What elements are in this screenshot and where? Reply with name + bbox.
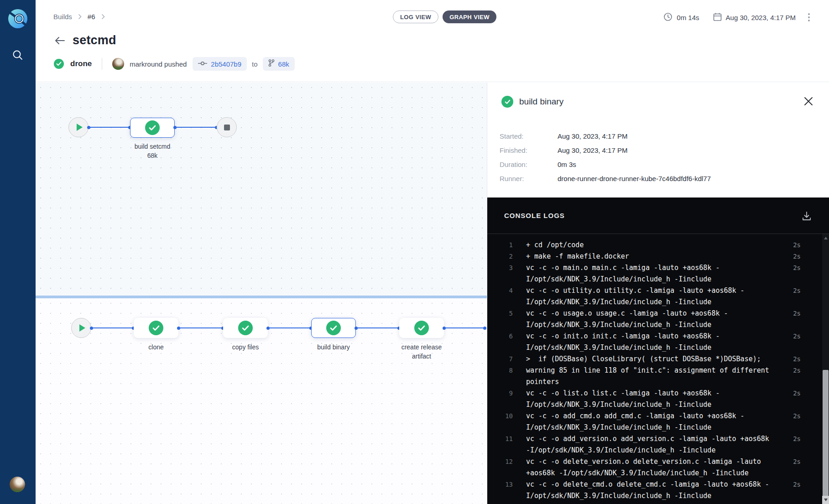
console-log-row[interactable]: 3 vc -c -o main.o main.c -lamiga -lauto …: [487, 262, 829, 285]
title-row: setcmd: [55, 33, 116, 47]
play-icon: [77, 124, 83, 131]
console-log-row[interactable]: 8 warning 85 in line 118 of "init.c": as…: [487, 365, 829, 388]
branch-chip[interactable]: 68k: [263, 57, 295, 71]
console-logs-title: CONSOLE LOGS: [504, 212, 565, 219]
console-scrollbar[interactable]: [822, 234, 829, 504]
sidebar-user-avatar[interactable]: [10, 477, 25, 492]
success-check-icon: [145, 120, 160, 135]
log-line-duration: 2s: [793, 502, 801, 504]
meta-row-started: Started: Aug 30, 2023, 4:17 PM: [500, 129, 711, 143]
console-log-row[interactable]: 12 vc -c -o delete_version.o delete_vers…: [487, 456, 829, 479]
divider: [102, 58, 102, 70]
log-line-duration: 2s: [793, 410, 801, 422]
console-log-row[interactable]: 1 + cd /opt/code 2s: [487, 239, 829, 251]
log-line-text: + make -f makefile.docker: [526, 251, 773, 262]
log-view-button[interactable]: LOG VIEW: [393, 10, 438, 23]
commit-sha: 2b5407b9: [211, 60, 241, 68]
success-check-icon: [414, 321, 429, 335]
step-node-build-binary[interactable]: [311, 318, 356, 338]
step-node-copy-files[interactable]: [223, 318, 268, 338]
log-line-duration: 2s: [793, 479, 801, 490]
console-log-list[interactable]: 1 + cd /opt/code 2s 2 + make -f makefile…: [487, 234, 829, 504]
sidebar-search-icon[interactable]: [12, 49, 24, 61]
step-details-panel: build binary Started: Aug 30, 2023, 4:17…: [487, 83, 829, 504]
more-options-button[interactable]: [804, 11, 813, 23]
app-window: Builds #6 LOG VIEW GRAPH VIEW 0m 14s: [0, 0, 829, 504]
log-line-duration: 2s: [793, 388, 801, 399]
graph-view-button[interactable]: GRAPH VIEW: [443, 10, 496, 23]
step-meta: Started: Aug 30, 2023, 4:17 PM Finished:…: [500, 129, 711, 186]
pipeline-name[interactable]: drone: [70, 59, 92, 68]
step-title: build binary: [519, 97, 563, 107]
stage-canvas-top[interactable]: [36, 83, 487, 296]
console-log-row[interactable]: 6 vc -c -o init.o init.c -lamiga -lauto …: [487, 331, 829, 353]
success-check-icon: [149, 321, 163, 335]
log-line-number: 8: [487, 365, 513, 376]
log-line-number: 2: [487, 251, 513, 262]
stage1-end-node[interactable]: [217, 117, 237, 137]
log-line-duration: 2s: [793, 365, 801, 376]
play-icon: [79, 324, 85, 332]
log-line-duration: 2s: [793, 239, 801, 251]
log-line-duration: 2s: [793, 262, 801, 274]
scroll-down-arrow[interactable]: [822, 496, 829, 504]
log-line-number: 14: [487, 502, 513, 504]
console-log-row[interactable]: 2 + make -f makefile.docker 2s: [487, 251, 829, 262]
back-arrow-button[interactable]: [55, 36, 65, 45]
step-label-build-binary: build binary: [311, 343, 356, 352]
breadcrumb: Builds #6: [53, 13, 105, 21]
build-datetime: Aug 30, 2023, 4:17 PM: [726, 14, 796, 21]
log-line-text: vc -c -o delete_cmd.o delete_cmd.c -lami…: [526, 479, 773, 502]
app-logo-icon[interactable]: [7, 8, 28, 29]
log-line-number: 12: [487, 456, 513, 468]
commit-icon: [198, 60, 207, 68]
close-icon[interactable]: [802, 94, 815, 108]
meta-row-finished: Finished: Aug 30, 2023, 4:17 PM: [500, 143, 711, 157]
breadcrumb-build-number[interactable]: #6: [88, 13, 95, 21]
log-line-number: 7: [487, 353, 513, 365]
step-node-create-release-artifact[interactable]: [399, 318, 444, 338]
success-check-icon: [326, 321, 341, 335]
console-log-row[interactable]: 11 vc -c -o add_version.o add_version.c …: [487, 433, 829, 456]
log-line-duration: 2s: [793, 433, 801, 445]
log-line-text: vc -c -o set_version.o set_version.c -la…: [526, 502, 773, 504]
log-line-number: 11: [487, 433, 513, 445]
console-log-row[interactable]: 13 vc -c -o delete_cmd.o delete_cmd.c -l…: [487, 479, 829, 502]
console-log-row[interactable]: 9 vc -c -o list.o list.c -lamiga -lauto …: [487, 388, 829, 410]
edge: [444, 327, 485, 328]
console-log-row[interactable]: 5 vc -c -o usage.o usage.c -lamiga -laut…: [487, 308, 829, 331]
log-line-number: 6: [487, 331, 513, 342]
log-line-text: vc -c -o add_cmd.o add_cmd.c -lamiga -la…: [526, 410, 773, 433]
log-line-number: 4: [487, 285, 513, 296]
success-check-icon: [238, 321, 253, 335]
breadcrumb-builds[interactable]: Builds: [53, 13, 72, 21]
stage1-start-node[interactable]: [68, 117, 89, 137]
console-log-row[interactable]: 14 vc -c -o set_version.o set_version.c …: [487, 502, 829, 504]
step-node-clone[interactable]: [134, 318, 178, 338]
edge: [268, 327, 311, 328]
log-line-number: 5: [487, 308, 513, 319]
view-toggle: LOG VIEW GRAPH VIEW: [393, 10, 496, 23]
success-check-icon: [54, 59, 64, 69]
branch-icon: [268, 59, 275, 68]
log-line-number: 13: [487, 479, 513, 490]
console-log-row[interactable]: 4 vc -c -o utility.o utility.c -lamiga -…: [487, 285, 829, 308]
log-line-text: > if (DOSBase) CloseLibrary( (struct DOS…: [526, 353, 773, 365]
scrollbar-thumb[interactable]: [823, 370, 829, 496]
build-meta: 0m 14s Aug 30, 2023, 4:17 PM: [663, 11, 813, 23]
stop-icon: [224, 125, 230, 130]
log-line-text: warning 85 in line 118 of "init.c": assi…: [526, 365, 773, 388]
scroll-up-arrow[interactable]: [822, 234, 829, 242]
download-logs-icon[interactable]: [800, 209, 813, 223]
success-check-icon: [501, 96, 513, 108]
commit-sha-chip[interactable]: 2b5407b9: [193, 57, 247, 71]
stage2-start-node[interactable]: [71, 318, 91, 338]
log-line-duration: 2s: [793, 251, 801, 262]
stage1-node-label: build setcmd 68k: [125, 142, 180, 160]
console-log-row[interactable]: 10 vc -c -o add_cmd.o add_cmd.c -lamiga …: [487, 410, 829, 433]
step-label-clone: clone: [133, 343, 179, 352]
log-line-text: vc -c -o utility.o utility.c -lamiga -la…: [526, 285, 773, 308]
console-log-row[interactable]: 7 > if (DOSBase) CloseLibrary( (struct D…: [487, 353, 829, 365]
log-line-text: vc -c -o init.o init.c -lamiga -lauto +a…: [526, 331, 773, 353]
stage1-node-build-setcmd[interactable]: [130, 118, 175, 138]
